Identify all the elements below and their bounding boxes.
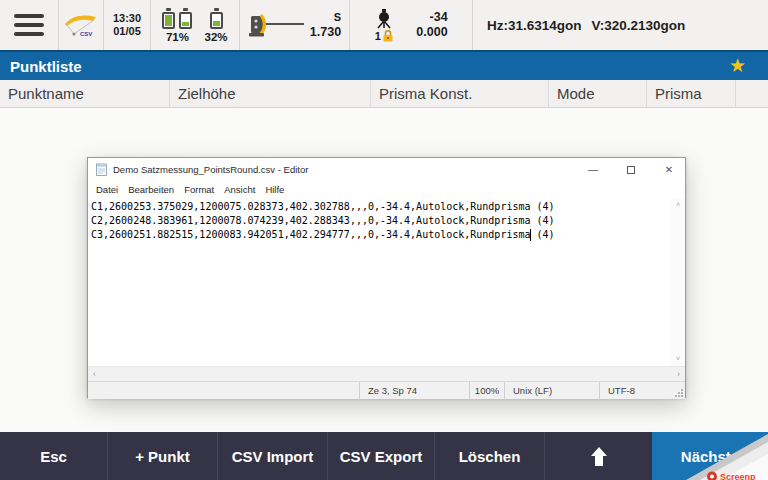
- vertical-scrollbar[interactable]: ˄ ˅: [671, 198, 685, 366]
- csv-export-button[interactable]: CSV Export: [327, 432, 434, 480]
- page-title: Punktliste: [10, 58, 82, 75]
- prism-count: 1: [375, 30, 381, 42]
- battery-percent: 71%: [166, 31, 189, 43]
- csv-line: C2,2600248.383961,1200078.074239,402.288…: [91, 214, 671, 228]
- station-label: S: [334, 10, 341, 25]
- menu-ansicht[interactable]: Ansicht: [219, 184, 260, 195]
- controller-battery-group: 32%: [204, 8, 227, 43]
- lock-icon: [382, 29, 394, 42]
- csv-line: C3,2600251.882515,1200083.942051,402.294…: [91, 228, 671, 242]
- station-height-value: 1.730: [310, 25, 341, 40]
- csv-line: C1,2600253.375029,1200075.028373,402.302…: [91, 200, 671, 214]
- column-header-prisma-konst: Prisma Konst.: [371, 80, 549, 107]
- line-ending-status: Unix (LF): [504, 382, 599, 399]
- scroll-right-icon[interactable]: ›: [677, 367, 680, 381]
- notepad-window-title: Demo Satzmessung_PointsRound.csv - Edito…: [113, 164, 571, 175]
- notepad-window: Demo Satzmessung_PointsRound.csv - Edito…: [87, 157, 686, 398]
- csv-app-icon: CSV: [63, 11, 99, 39]
- close-button[interactable]: ✕: [653, 158, 685, 181]
- next-button[interactable]: Nächste Screenp: [652, 432, 768, 480]
- menu-hilfe[interactable]: Hilfe: [260, 184, 289, 195]
- date-value: 01/05: [113, 25, 141, 38]
- notepad-status-bar: Ze 3, Sp 74 100% Unix (LF) UTF-8: [88, 381, 685, 399]
- menu-bearbeiten[interactable]: Bearbeiten: [123, 184, 179, 195]
- minimize-button[interactable]: —: [577, 158, 609, 181]
- notepad-text-area[interactable]: C1,2600253.375029,1200075.028373,402.302…: [88, 198, 685, 366]
- csv-import-button[interactable]: CSV Import: [217, 432, 327, 480]
- time-value: 13:30: [113, 12, 141, 25]
- battery-percent: 32%: [204, 31, 227, 43]
- hz-angle-value: Hz:31.6314gon: [487, 18, 582, 33]
- prism-offset-value: 0.000: [416, 25, 447, 40]
- battery-status-widget[interactable]: 71% 32%: [151, 0, 240, 50]
- csv-app-indicator[interactable]: CSV: [59, 0, 104, 50]
- app-screen: CSV 13:30 01/05 71% 32%: [0, 0, 768, 480]
- add-point-button[interactable]: + Punkt: [107, 432, 217, 480]
- cursor-position-status: Ze 3, Sp 74: [359, 382, 469, 399]
- column-header-mode: Mode: [549, 80, 647, 107]
- scroll-up-icon[interactable]: ˄: [671, 200, 685, 210]
- top-status-bar: CSV 13:30 01/05 71% 32%: [0, 0, 768, 50]
- delete-button[interactable]: Löschen: [434, 432, 544, 480]
- total-station-icon: [248, 10, 306, 40]
- next-button-label: Nächste: [681, 448, 739, 465]
- maximize-icon: [627, 166, 635, 174]
- up-arrow-icon: [591, 447, 607, 466]
- page-title-bar: Punktliste ★: [0, 50, 768, 80]
- column-header-punktname: Punktname: [0, 80, 170, 107]
- angle-readout: Hz:31.6314gon V:320.2130gon: [473, 0, 768, 50]
- resize-grip[interactable]: [675, 389, 683, 397]
- battery-icon: [162, 12, 175, 29]
- battery-icon: [179, 12, 192, 29]
- hamburger-menu-button[interactable]: [0, 0, 59, 50]
- v-angle-value: V:320.2130gon: [592, 18, 686, 33]
- menu-format[interactable]: Format: [179, 184, 219, 195]
- prism-status-widget[interactable]: 1 -34 0.000: [350, 0, 473, 50]
- encoding-status: UTF-8: [599, 382, 685, 399]
- notepad-menu-bar: Datei Bearbeiten Format Ansicht Hilfe: [88, 181, 685, 198]
- scroll-down-icon[interactable]: ˅: [671, 354, 685, 364]
- instrument-battery-group: 71%: [162, 8, 192, 43]
- prism-constant-value: -34: [430, 10, 448, 25]
- pointlist-table-header: Punktname Zielhöhe Prisma Konst. Mode Pr…: [0, 80, 768, 108]
- pointlist-body: Demo Satzmessung_PointsRound.csv - Edito…: [0, 108, 768, 432]
- menu-datei[interactable]: Datei: [91, 184, 123, 195]
- notepad-file-icon: [96, 163, 107, 176]
- scroll-left-icon[interactable]: ‹: [93, 367, 96, 381]
- instrument-height-widget[interactable]: S 1.730: [240, 0, 350, 50]
- hamburger-icon: [14, 14, 44, 18]
- battery-icon: [210, 12, 223, 29]
- notepad-title-bar[interactable]: Demo Satzmessung_PointsRound.csv - Edito…: [88, 158, 685, 181]
- zoom-level-status: 100%: [469, 382, 504, 399]
- column-header-prisma: Prisma: [647, 80, 736, 107]
- maximize-button[interactable]: [615, 158, 647, 181]
- esc-button[interactable]: Esc: [0, 432, 107, 480]
- favorite-star-icon[interactable]: ★: [729, 54, 746, 77]
- column-header-zielhoehe: Zielhöhe: [170, 80, 371, 107]
- text-cursor: [530, 229, 531, 241]
- clock-widget[interactable]: 13:30 01/05: [104, 0, 151, 50]
- watermark-label: Screenp: [720, 472, 756, 480]
- page-up-button[interactable]: [544, 432, 652, 480]
- prism-target-icon: [374, 9, 394, 29]
- softkey-bar: Esc + Punkt CSV Import CSV Export Lösche…: [0, 432, 768, 480]
- svg-text:CSV: CSV: [80, 31, 92, 37]
- horizontal-scrollbar[interactable]: ‹ ›: [88, 366, 685, 381]
- column-header-filler: [736, 80, 768, 107]
